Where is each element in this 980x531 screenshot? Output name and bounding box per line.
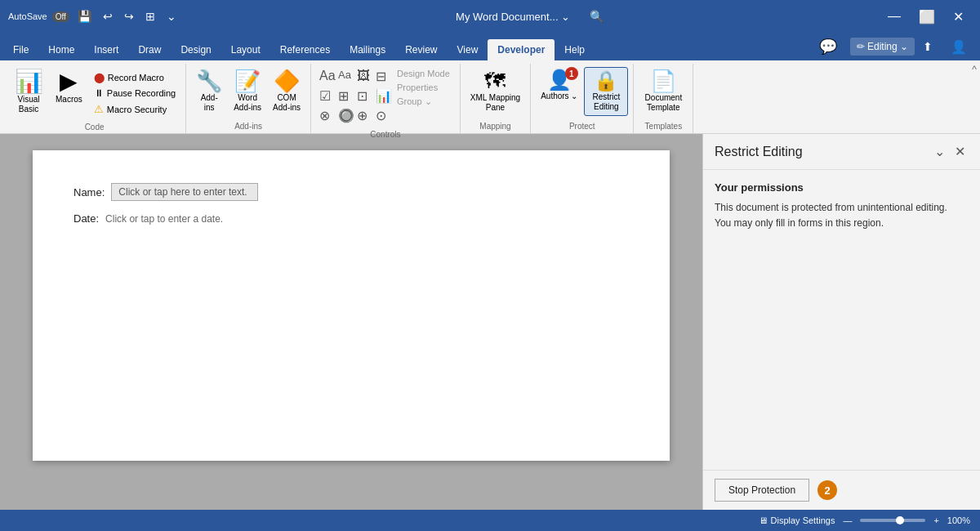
visual-basic-button[interactable]: 📊 VisualBasic xyxy=(8,67,49,118)
tab-references[interactable]: References xyxy=(270,39,340,60)
pause-recording-label: Pause Recording xyxy=(107,88,176,98)
tab-design[interactable]: Design xyxy=(171,39,220,60)
record-macro-button[interactable]: ⬤ Record Macro xyxy=(89,70,180,85)
date-input[interactable]: Click or tap to enter a date. xyxy=(105,213,223,225)
share-button[interactable]: ⬆ xyxy=(918,37,938,56)
ribbon-group-controls: Aa Aa 🖼 ⊟ ☑ ⊞ ⊡ 📊 ⊗ 🔘 ⊕ ⊙ Design Mode Pr… xyxy=(311,64,461,133)
editing-button[interactable]: ✏ Editing ⌄ xyxy=(850,38,915,56)
tab-file[interactable]: File xyxy=(3,39,38,60)
panel-collapse-icon[interactable]: ⌄ xyxy=(931,142,948,161)
save-icon[interactable]: 💾 xyxy=(74,8,95,25)
ctrl-grid-icon[interactable]: ⊞ xyxy=(335,87,353,105)
controls-group-content: Aa Aa 🖼 ⊟ ☑ ⊞ ⊡ 📊 ⊗ 🔘 ⊕ ⊙ Design Mode Pr… xyxy=(316,64,455,128)
permissions-text2: You may only fill in forms in this regio… xyxy=(715,217,884,229)
addins-group-content: 🔧 Add-ins 📝 WordAdd-ins 🔶 COMAdd-ins xyxy=(191,64,305,120)
com-add-ins-icon: 🔶 xyxy=(274,70,300,91)
ctrl-chart-icon[interactable]: 📊 xyxy=(372,87,390,105)
tab-layout[interactable]: Layout xyxy=(221,39,270,60)
xml-mapping-label: XML MappingPane xyxy=(470,93,520,113)
properties-button[interactable]: Properties xyxy=(392,81,455,94)
tab-review[interactable]: Review xyxy=(395,39,447,60)
permissions-title: Your permissions xyxy=(715,181,969,194)
authors-button[interactable]: 👤 1 Authors ⌄ xyxy=(536,67,582,105)
stop-protection-button[interactable]: Stop Protection xyxy=(715,479,809,502)
macros-button[interactable]: ▶ Macros xyxy=(51,67,87,108)
ribbon-tabs: File Home Insert Draw Design Layout Refe… xyxy=(0,33,980,60)
document-template-button[interactable]: 📄 DocumentTemplate xyxy=(639,67,688,116)
display-settings-label: Display Settings xyxy=(771,515,835,525)
ctrl-plus-icon[interactable]: ⊕ xyxy=(354,106,372,125)
ctrl-minus-icon[interactable]: ⊟ xyxy=(372,67,390,86)
autosave-label: AutoSave xyxy=(8,11,47,21)
pause-recording-button[interactable]: ⏸ Pause Recording xyxy=(89,86,180,100)
group-button[interactable]: Group ⌄ xyxy=(392,95,455,109)
name-input[interactable]: Click or tap here to enter text. xyxy=(111,183,258,201)
title-arrow[interactable]: ⌄ xyxy=(561,11,570,23)
restrict-editing-icon: 🔒 xyxy=(594,71,618,91)
zoom-level-label: 100% xyxy=(947,515,970,525)
date-row: Date: Click or tap to enter a date. xyxy=(74,212,629,225)
restrict-editing-panel: Restrict Editing ⌄ ✕ Your permissions Th… xyxy=(702,134,980,510)
tab-home[interactable]: Home xyxy=(38,39,84,60)
comment-button[interactable]: 💬 xyxy=(809,33,847,60)
ribbon: 📊 VisualBasic ▶ Macros ⬤ Record Macro ⏸ … xyxy=(0,60,980,134)
restore-button[interactable]: ⬜ xyxy=(911,6,943,28)
profile-button[interactable]: 👤 xyxy=(941,34,977,60)
autosave-toggle[interactable]: Off xyxy=(52,11,69,22)
visual-basic-icon: 📊 xyxy=(15,70,43,93)
word-add-ins-button[interactable]: 📝 WordAdd-ins xyxy=(229,67,266,116)
ctrl-aa2-icon[interactable]: Aa xyxy=(335,67,353,86)
ribbon-collapse-button[interactable]: ^ xyxy=(972,64,977,75)
panel-close-icon[interactable]: ✕ xyxy=(951,142,969,161)
restrict-editing-button[interactable]: 🔒 RestrictEditing xyxy=(584,67,628,116)
ctrl-circle-icon[interactable]: ⊙ xyxy=(372,106,390,125)
title-text: My Word Document... xyxy=(456,11,558,23)
controls-buttons: Design Mode Properties Group ⌄ xyxy=(392,67,455,109)
title-bar-left: AutoSave Off 💾 ↩ ↪ ⊞ ⌄ xyxy=(8,8,180,25)
ctrl-image-icon[interactable]: 🖼 xyxy=(354,67,372,86)
ctrl-check-icon[interactable]: ☑ xyxy=(316,87,334,105)
zoom-out-button[interactable]: — xyxy=(843,515,852,525)
tab-view[interactable]: View xyxy=(448,39,488,60)
document-page: Name: Click or tap here to enter text. D… xyxy=(33,150,670,461)
code-small-buttons: ⬤ Record Macro ⏸ Pause Recording ⚠ Macro… xyxy=(89,67,180,117)
ctrl-box-icon[interactable]: ⊡ xyxy=(354,87,372,105)
zoom-in-button[interactable]: + xyxy=(933,515,938,525)
qat-dropdown-icon[interactable]: ⌄ xyxy=(163,8,180,25)
xml-mapping-button[interactable]: 🗺 XML MappingPane xyxy=(466,67,525,116)
zoom-slider[interactable] xyxy=(860,519,925,522)
tab-insert[interactable]: Insert xyxy=(84,39,128,60)
mapping-group-content: 🗺 XML MappingPane xyxy=(466,64,525,120)
zoom-level[interactable]: 100% xyxy=(947,515,970,525)
com-add-ins-label: COMAdd-ins xyxy=(273,93,301,113)
macros-label: Macros xyxy=(56,95,82,105)
zoom-out-icon: — xyxy=(843,515,852,525)
display-settings-item[interactable]: 🖥 Display Settings xyxy=(759,515,835,525)
macro-security-button[interactable]: ⚠ Macro Security xyxy=(89,101,180,117)
search-icon[interactable]: 🔍 xyxy=(590,10,604,23)
tab-developer[interactable]: Developer xyxy=(488,39,555,60)
com-add-ins-button[interactable]: 🔶 COMAdd-ins xyxy=(268,67,305,116)
permissions-text1: This document is protected from unintent… xyxy=(715,202,947,213)
design-mode-button[interactable]: Design Mode xyxy=(392,67,455,80)
add-ins-label: Add-ins xyxy=(201,93,218,113)
ribbon-group-protect: 👤 1 Authors ⌄ 🔒 RestrictEditing Protect xyxy=(531,64,634,133)
ctrl-x-icon[interactable]: ⊗ xyxy=(316,106,334,125)
minimize-button[interactable]: — xyxy=(880,6,909,27)
tab-mailings[interactable]: Mailings xyxy=(340,39,395,60)
undo-icon[interactable]: ↩ xyxy=(100,8,116,25)
add-ins-button[interactable]: 🔧 Add-ins xyxy=(191,67,227,116)
ribbon-group-mapping: 🗺 XML MappingPane Mapping xyxy=(461,64,531,133)
code-group-label: Code xyxy=(85,121,105,134)
zoom-slider-thumb xyxy=(896,516,904,524)
xml-mapping-icon: 🗺 xyxy=(484,70,506,91)
panel-content: Your permissions This document is protec… xyxy=(703,170,980,470)
ctrl-aa1-icon[interactable]: Aa xyxy=(316,67,334,86)
ctrl-radio-icon[interactable]: 🔘 xyxy=(335,106,353,125)
record-macro-label: Record Macro xyxy=(108,73,164,83)
table-icon[interactable]: ⊞ xyxy=(142,8,158,25)
tab-draw[interactable]: Draw xyxy=(128,39,171,60)
close-button[interactable]: ✕ xyxy=(945,6,972,28)
redo-icon[interactable]: ↪ xyxy=(121,8,137,25)
tab-help[interactable]: Help xyxy=(555,39,595,60)
